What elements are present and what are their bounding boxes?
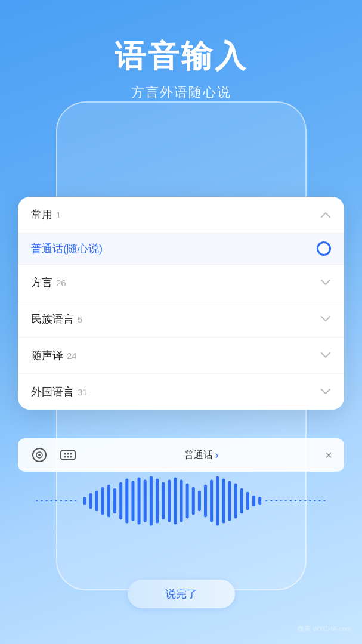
svg-rect-32 — [210, 480, 213, 522]
svg-point-4 — [64, 453, 66, 455]
camera-icon[interactable] — [30, 445, 49, 465]
page-title: 语音输入 — [24, 36, 338, 78]
svg-rect-17 — [119, 482, 122, 520]
svg-rect-27 — [180, 480, 182, 522]
section-translate-count: 24 — [67, 351, 77, 361]
section-common-count: 1 — [56, 210, 61, 220]
chevron-down-icon-ethnic — [320, 314, 331, 324]
svg-rect-25 — [168, 480, 171, 522]
svg-rect-13 — [95, 491, 98, 511]
svg-rect-40 — [258, 497, 261, 505]
svg-rect-12 — [89, 493, 92, 509]
language-menu-card: 常用 1 普通话(随心说) 方言 26 民族语言 5 — [18, 197, 344, 410]
svg-rect-21 — [144, 480, 147, 522]
svg-rect-11 — [83, 497, 86, 505]
watermark-text: 微茶 WXCHA.com — [298, 625, 351, 632]
toolbar-language[interactable]: 普通话 › — [184, 449, 219, 462]
svg-point-2 — [38, 454, 41, 456]
selected-language-item[interactable]: 普通话(随心说) — [18, 233, 344, 265]
chevron-up-icon — [320, 209, 331, 220]
svg-rect-3 — [61, 450, 75, 460]
svg-rect-20 — [138, 477, 141, 524]
section-translate[interactable]: 随声译 24 — [18, 338, 344, 374]
svg-rect-15 — [107, 485, 110, 518]
svg-rect-39 — [252, 496, 255, 506]
svg-point-9 — [70, 456, 72, 458]
section-dialect-count: 26 — [56, 278, 66, 288]
svg-point-5 — [67, 453, 69, 455]
section-common[interactable]: 常用 1 — [18, 197, 344, 233]
svg-point-7 — [64, 456, 66, 458]
svg-rect-26 — [174, 477, 177, 524]
emoji-icon[interactable] — [58, 445, 78, 465]
toolbar-left-icons — [30, 445, 78, 465]
svg-rect-30 — [198, 491, 201, 511]
svg-rect-29 — [192, 487, 195, 515]
svg-rect-24 — [162, 482, 165, 520]
section-common-label: 常用 1 — [31, 208, 61, 222]
section-dialect[interactable]: 方言 26 — [18, 265, 344, 301]
svg-rect-36 — [234, 484, 237, 519]
section-translate-label: 随声译 24 — [31, 348, 77, 363]
svg-rect-16 — [113, 488, 116, 514]
selected-language-label: 普通话(随心说) — [31, 242, 103, 256]
svg-rect-22 — [150, 476, 153, 525]
section-ethnic-title: 民族语言 — [31, 312, 74, 326]
done-button[interactable]: 说完了 — [128, 580, 235, 608]
svg-rect-33 — [216, 476, 219, 525]
section-dialect-title: 方言 — [31, 275, 52, 290]
svg-rect-14 — [101, 487, 104, 515]
section-foreign-count: 31 — [78, 387, 88, 397]
svg-point-8 — [67, 456, 69, 458]
section-translate-title: 随声译 — [31, 348, 63, 363]
section-foreign-label: 外国语言 31 — [31, 385, 88, 399]
watermark-sub: WXCHA.com — [313, 625, 351, 632]
waveform-display — [18, 471, 344, 531]
section-ethnic[interactable]: 民族语言 5 — [18, 301, 344, 338]
svg-rect-18 — [125, 479, 128, 524]
svg-rect-35 — [228, 481, 231, 521]
toolbar-close-button[interactable]: × — [325, 448, 332, 462]
svg-rect-31 — [204, 485, 207, 518]
watermark: 微茶 WXCHA.com — [298, 624, 351, 633]
chevron-down-icon-translate — [320, 350, 331, 361]
radio-selected-icon — [317, 242, 331, 256]
svg-rect-37 — [240, 488, 243, 514]
chevron-down-icon-foreign — [320, 386, 331, 397]
section-foreign[interactable]: 外国语言 31 — [18, 374, 344, 410]
bottom-toolbar: 普通话 › × — [18, 438, 344, 472]
svg-rect-19 — [131, 481, 134, 521]
svg-point-6 — [70, 453, 72, 455]
section-ethnic-count: 5 — [78, 314, 82, 324]
toolbar-lang-arrow: › — [215, 449, 219, 462]
svg-rect-34 — [222, 479, 225, 524]
page-subtitle: 方言外语随心说 — [24, 83, 338, 101]
section-dialect-label: 方言 26 — [31, 275, 66, 290]
section-ethnic-label: 民族语言 5 — [31, 312, 82, 326]
svg-rect-38 — [246, 492, 249, 510]
section-foreign-title: 外国语言 — [31, 385, 74, 399]
chevron-down-icon-dialect — [320, 277, 331, 288]
toolbar-lang-label: 普通话 — [184, 449, 213, 462]
svg-rect-28 — [186, 484, 189, 519]
section-common-title: 常用 — [31, 208, 52, 222]
svg-rect-23 — [156, 479, 159, 524]
